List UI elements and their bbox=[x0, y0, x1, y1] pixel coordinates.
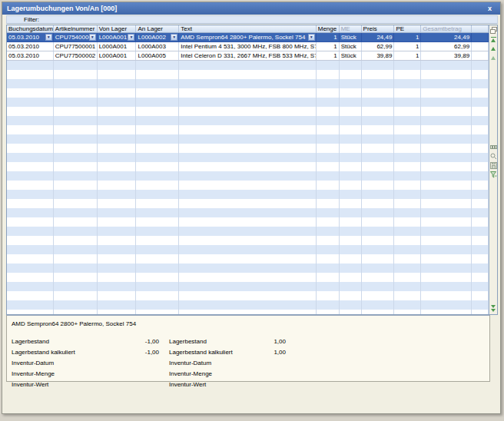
empty-row[interactable] bbox=[7, 144, 489, 153]
column-header-me[interactable]: ME bbox=[340, 25, 362, 32]
empty-cell bbox=[136, 310, 179, 314]
empty-row[interactable] bbox=[7, 227, 489, 236]
cell-pe[interactable]: 1 bbox=[394, 51, 421, 60]
cell-artikelnummer[interactable]: CPU77500002 bbox=[54, 51, 98, 60]
cell-artikelnummer[interactable]: CPU75400003▼ bbox=[54, 33, 98, 41]
cell-von-lager[interactable]: L000A001 bbox=[98, 51, 137, 60]
empty-row[interactable] bbox=[7, 282, 489, 291]
empty-row[interactable] bbox=[7, 107, 489, 116]
empty-row[interactable] bbox=[7, 300, 489, 310]
cell-menge[interactable]: 1 bbox=[317, 51, 340, 60]
empty-cell bbox=[179, 227, 316, 236]
column-header-buchungsdatum[interactable]: Buchungsdatum bbox=[7, 25, 54, 32]
scroll-first-icon[interactable] bbox=[489, 35, 497, 44]
column-header-pe[interactable]: PE bbox=[394, 25, 421, 32]
cell-text: L000A005 bbox=[138, 52, 165, 59]
empty-row[interactable] bbox=[7, 125, 489, 134]
empty-row[interactable] bbox=[7, 153, 489, 162]
cell-me[interactable]: Stück bbox=[340, 42, 362, 51]
cell-von-lager[interactable]: L000A001 bbox=[98, 42, 137, 51]
empty-row[interactable] bbox=[7, 273, 489, 282]
cell-an-lager[interactable]: L000A002▼ bbox=[136, 33, 179, 41]
cell-buchungsdatum[interactable]: 05.03.2010 bbox=[7, 42, 54, 51]
cell-text[interactable]: Intel Pentium 4 531, 3000 MHz, FSB 800 M… bbox=[179, 42, 316, 51]
scroll-up-alt-icon[interactable] bbox=[489, 53, 497, 62]
empty-cell bbox=[340, 227, 362, 236]
cell-gesamtbetrag[interactable]: 62,99 bbox=[421, 42, 472, 51]
scroll-last-icon[interactable] bbox=[489, 303, 497, 313]
empty-cell bbox=[179, 144, 316, 153]
dropdown-button[interactable]: ▼ bbox=[308, 34, 315, 41]
cell-buchungsdatum[interactable]: 05.03.2010 bbox=[7, 51, 54, 60]
detail-row: Inventur-Datum bbox=[12, 357, 165, 368]
column-chooser-icon[interactable] bbox=[489, 25, 497, 35]
empty-cell bbox=[340, 190, 362, 199]
empty-row[interactable] bbox=[7, 88, 489, 98]
scroll-up-icon[interactable] bbox=[489, 44, 497, 53]
numpad-icon[interactable] bbox=[489, 142, 497, 151]
empty-row[interactable] bbox=[7, 190, 489, 199]
column-header-filler[interactable] bbox=[472, 25, 489, 32]
dropdown-button[interactable]: ▼ bbox=[45, 34, 52, 41]
cell-filler[interactable] bbox=[472, 42, 489, 51]
cell-an-lager[interactable]: L000A005 bbox=[136, 51, 179, 60]
cell-menge[interactable]: 1 bbox=[317, 42, 340, 51]
empty-row[interactable] bbox=[7, 171, 489, 181]
cell-preis[interactable]: 24,49 bbox=[362, 33, 395, 41]
cell-menge[interactable]: 1 bbox=[317, 33, 340, 41]
empty-row[interactable] bbox=[7, 98, 489, 107]
column-header-an-lager[interactable]: An Lager bbox=[136, 25, 179, 32]
empty-row[interactable] bbox=[7, 134, 489, 144]
title-bar[interactable]: Lagerumbuchungen Von/An [000] x bbox=[2, 2, 500, 15]
save-icon[interactable] bbox=[489, 161, 497, 170]
empty-row[interactable] bbox=[7, 208, 489, 217]
cell-gesamtbetrag[interactable]: 24,49 bbox=[421, 33, 472, 41]
column-header-artikelnummer[interactable]: Artikelnummer bbox=[54, 25, 98, 32]
empty-row[interactable] bbox=[7, 162, 489, 171]
dropdown-button[interactable]: ▼ bbox=[171, 34, 177, 41]
cell-pe[interactable]: 1 bbox=[394, 42, 421, 51]
cell-me[interactable]: Stück bbox=[340, 33, 362, 41]
empty-row[interactable] bbox=[7, 61, 489, 70]
cell-preis[interactable]: 39,89 bbox=[362, 51, 395, 60]
empty-row[interactable] bbox=[7, 291, 489, 300]
column-header-von-lager[interactable]: Von Lager bbox=[98, 25, 137, 32]
cell-pe[interactable]: 1 bbox=[394, 33, 421, 41]
empty-row[interactable] bbox=[7, 217, 489, 227]
empty-row[interactable] bbox=[7, 245, 489, 254]
cell-gesamtbetrag[interactable]: 39,89 bbox=[421, 51, 472, 60]
empty-row[interactable] bbox=[7, 310, 489, 314]
empty-row[interactable] bbox=[7, 116, 489, 125]
cell-artikelnummer[interactable]: CPU77500001 bbox=[54, 42, 98, 51]
empty-row[interactable] bbox=[7, 264, 489, 273]
search-icon[interactable] bbox=[489, 151, 497, 161]
empty-cell bbox=[98, 217, 137, 227]
close-button[interactable]: x bbox=[484, 5, 496, 12]
column-header-preis[interactable]: Preis bbox=[362, 25, 395, 32]
column-header-text[interactable]: Text bbox=[179, 25, 316, 32]
empty-row[interactable] bbox=[7, 70, 489, 79]
column-header-menge[interactable]: Menge bbox=[317, 25, 340, 32]
empty-row[interactable] bbox=[7, 181, 489, 190]
empty-row[interactable] bbox=[7, 199, 489, 208]
cell-preis[interactable]: 62,99 bbox=[362, 42, 395, 51]
cell-buchungsdatum[interactable]: 05.03.2010▼ bbox=[7, 33, 54, 41]
column-header-gesamtbetrag[interactable]: Gesamtbetrag bbox=[421, 25, 472, 32]
cell-text[interactable]: AMD Sempron64 2800+ Palermo, Sockel 754▼ bbox=[179, 33, 316, 41]
cell-text[interactable]: Intel Celeron D 331, 2667 MHz, FSB 533 M… bbox=[179, 51, 316, 60]
empty-row[interactable] bbox=[7, 236, 489, 245]
empty-row[interactable] bbox=[7, 254, 489, 264]
cell-von-lager[interactable]: L000A001▼ bbox=[98, 33, 137, 41]
filter-bar[interactable]: Filter: bbox=[6, 15, 498, 24]
cell-me[interactable]: Stück bbox=[340, 51, 362, 60]
empty-row[interactable] bbox=[7, 79, 489, 88]
table-row-selected[interactable]: 05.03.2010▼CPU75400003▼L000A001▼L000A002… bbox=[7, 33, 489, 42]
filter-icon[interactable] bbox=[489, 170, 497, 179]
table-row[interactable]: 05.03.2010CPU77500002L000A001L000A005Int… bbox=[7, 51, 489, 61]
cell-an-lager[interactable]: L000A003 bbox=[136, 42, 179, 51]
dropdown-button[interactable]: ▼ bbox=[128, 34, 134, 41]
dropdown-button[interactable]: ▼ bbox=[89, 34, 96, 41]
cell-filler[interactable] bbox=[472, 33, 489, 41]
cell-filler[interactable] bbox=[472, 51, 489, 60]
table-row[interactable]: 05.03.2010CPU77500001L000A001L000A003Int… bbox=[7, 42, 489, 51]
